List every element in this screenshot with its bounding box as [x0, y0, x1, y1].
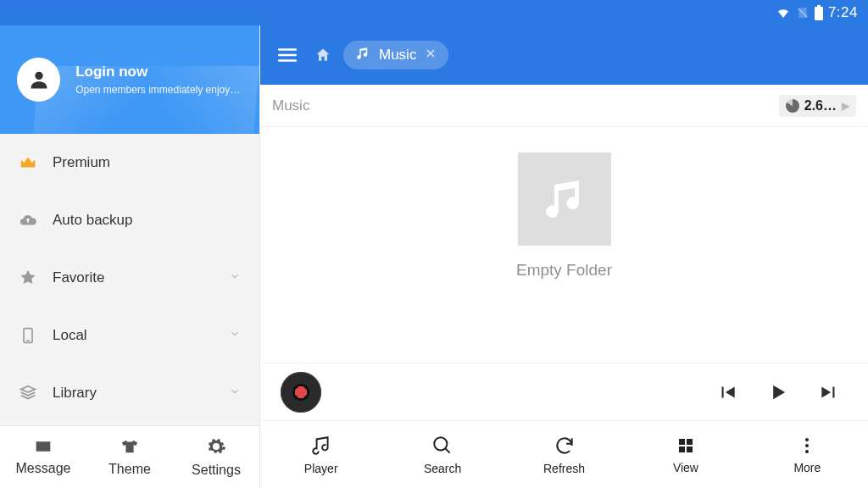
nav-label: Search — [424, 462, 461, 475]
music-note-icon — [355, 46, 370, 64]
sidebar-item-label: Library — [53, 385, 97, 402]
svg-point-11 — [434, 437, 447, 450]
sidebar-tab-label: Message — [16, 461, 71, 476]
nav-label: View — [673, 461, 698, 474]
sidebar-tab-label: Settings — [192, 463, 241, 478]
sidebar: Login now Open members immediately enjoy… — [0, 25, 260, 488]
sidebar-item-favorite[interactable]: Favorite — [0, 249, 259, 307]
next-button[interactable] — [810, 381, 848, 403]
path-row: Music 2.6… ▶ — [260, 85, 868, 127]
status-clock: 7:24 — [828, 4, 858, 21]
sidebar-tab-settings[interactable]: Settings — [173, 426, 259, 488]
nav-view[interactable]: View — [625, 421, 746, 488]
wifi-icon — [776, 5, 791, 20]
svg-line-12 — [445, 448, 449, 452]
svg-rect-2 — [817, 5, 821, 7]
path-current[interactable]: Music — [272, 97, 309, 114]
battery-icon — [815, 5, 823, 20]
nav-refresh[interactable]: Refresh — [504, 421, 625, 488]
crown-icon — [19, 153, 37, 172]
svg-rect-15 — [679, 446, 685, 452]
nav-more[interactable]: More — [747, 421, 868, 488]
sidebar-tab-message[interactable]: Message — [0, 426, 86, 488]
storage-label: 2.6… — [804, 98, 837, 114]
prev-button[interactable] — [709, 381, 746, 403]
layers-icon — [19, 384, 37, 402]
content-area: Empty Folder — [260, 127, 868, 363]
tshirt-icon — [120, 437, 140, 459]
nav-search[interactable]: Search — [381, 421, 503, 488]
menu-button[interactable] — [272, 44, 303, 66]
tab-label: Music — [379, 47, 416, 64]
svg-point-17 — [805, 438, 809, 441]
chevron-down-icon — [229, 385, 241, 402]
chevron-right-icon: ▶ — [842, 100, 849, 112]
mail-icon — [33, 438, 53, 458]
main-header: Music — [260, 25, 868, 85]
svg-rect-1 — [815, 7, 823, 20]
sidebar-item-label: Favorite — [53, 269, 104, 286]
nav-label: Refresh — [543, 462, 585, 475]
vinyl-disc[interactable] — [281, 372, 321, 413]
tab-music[interactable]: Music — [343, 41, 448, 69]
pie-icon — [786, 99, 799, 113]
chevron-down-icon — [229, 327, 241, 344]
sidebar-item-auto-backup[interactable]: Auto backup — [0, 191, 259, 249]
sidebar-item-label: Auto backup — [53, 212, 133, 229]
sidebar-item-premium[interactable]: Premium — [0, 134, 259, 191]
nav-player[interactable]: Player — [260, 421, 381, 488]
status-bar: 7:24 — [0, 0, 868, 25]
chevron-down-icon — [229, 269, 241, 286]
sidebar-tab-label: Theme — [108, 462, 151, 477]
svg-point-3 — [35, 72, 42, 80]
sidebar-item-library[interactable]: Library — [0, 364, 259, 422]
svg-point-19 — [805, 450, 809, 453]
svg-rect-14 — [687, 439, 693, 445]
sidebar-item-label: Local — [53, 327, 87, 344]
svg-rect-13 — [679, 439, 685, 445]
sidebar-tab-theme[interactable]: Theme — [86, 426, 173, 488]
sidebar-item-local[interactable]: Local — [0, 307, 259, 364]
svg-rect-16 — [687, 446, 693, 452]
no-sim-icon — [796, 6, 810, 19]
cloud-upload-icon — [19, 211, 37, 230]
login-title: Login now — [75, 64, 242, 80]
main: Music Music 2.6… ▶ Empty Folder — [260, 25, 868, 488]
login-block[interactable]: Login now Open members immediately enjoy… — [0, 25, 259, 134]
empty-folder-tile — [518, 152, 611, 246]
home-button[interactable] — [314, 47, 331, 64]
star-icon — [19, 269, 37, 287]
empty-folder-label: Empty Folder — [516, 261, 612, 280]
sidebar-item-label: Premium — [53, 154, 110, 171]
player-bar — [260, 363, 868, 420]
play-button[interactable] — [760, 380, 797, 404]
login-subtitle: Open members immediately enjoy all… — [75, 84, 242, 96]
gear-icon — [206, 436, 226, 460]
storage-chip[interactable]: 2.6… ▶ — [779, 95, 856, 117]
nav-label: Player — [304, 462, 338, 475]
nav-label: More — [793, 461, 821, 474]
close-icon[interactable] — [425, 47, 437, 63]
avatar — [17, 58, 60, 102]
bottom-nav: Player Search Refresh View More — [260, 420, 868, 488]
svg-point-18 — [805, 444, 809, 447]
device-icon — [19, 326, 37, 345]
